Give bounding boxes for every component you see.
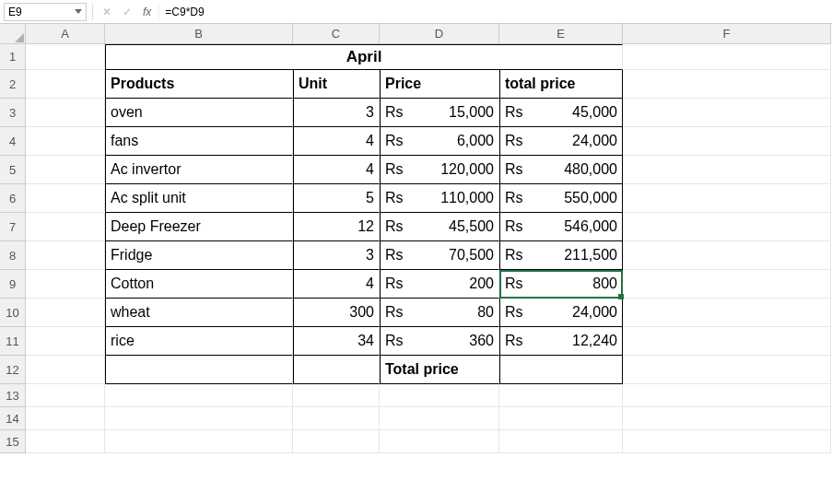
cell[interactable]	[623, 44, 831, 70]
unit-cell[interactable]: 300	[293, 299, 380, 327]
col-header[interactable]: A	[26, 24, 105, 44]
cell[interactable]	[105, 356, 293, 384]
unit-cell[interactable]: 5	[293, 184, 380, 213]
cell[interactable]	[623, 430, 831, 453]
price-cell[interactable]: Rs70,500	[380, 241, 499, 270]
price-cell[interactable]: Rs360	[380, 327, 499, 356]
unit-cell[interactable]: 12	[293, 213, 380, 241]
row-header[interactable]: 14	[0, 407, 26, 430]
cancel-icon[interactable]: ✕	[99, 4, 115, 20]
product-cell[interactable]: Cotton	[105, 270, 293, 299]
row-header[interactable]: 7	[0, 213, 26, 241]
unit-cell[interactable]: 4	[293, 127, 380, 156]
price-cell[interactable]: Rs200	[380, 270, 499, 299]
cell[interactable]	[293, 384, 380, 407]
select-all-corner[interactable]	[0, 24, 26, 44]
header-total[interactable]: total price	[499, 70, 623, 99]
col-header[interactable]: F	[623, 24, 831, 44]
row-header[interactable]: 4	[0, 127, 26, 156]
cell[interactable]	[499, 430, 623, 453]
row-header[interactable]: 13	[0, 384, 26, 407]
cell[interactable]	[623, 241, 831, 270]
row-header[interactable]: 2	[0, 70, 26, 99]
unit-cell[interactable]: 34	[293, 327, 380, 356]
header-price[interactable]: Price	[380, 70, 499, 99]
cell[interactable]	[623, 99, 831, 127]
product-cell[interactable]: fans	[105, 127, 293, 156]
check-icon[interactable]: ✓	[119, 4, 135, 20]
row-header[interactable]: 9	[0, 270, 26, 299]
cell[interactable]	[623, 156, 831, 184]
total-cell[interactable]: Rs800	[499, 270, 623, 299]
cell[interactable]	[26, 407, 105, 430]
price-cell[interactable]: Rs45,500	[380, 213, 499, 241]
cell[interactable]	[623, 299, 831, 327]
cell[interactable]	[499, 384, 623, 407]
unit-cell[interactable]: 4	[293, 156, 380, 184]
total-price-label[interactable]: Total price	[380, 356, 499, 384]
price-cell[interactable]: Rs110,000	[380, 184, 499, 213]
cell[interactable]	[26, 70, 105, 99]
cell[interactable]	[623, 270, 831, 299]
product-cell[interactable]: Ac split unit	[105, 184, 293, 213]
total-cell[interactable]: Rs45,000	[499, 99, 623, 127]
cell[interactable]	[380, 407, 499, 430]
cell[interactable]	[26, 213, 105, 241]
cell[interactable]	[293, 407, 380, 430]
price-cell[interactable]: Rs6,000	[380, 127, 499, 156]
cell[interactable]	[105, 430, 293, 453]
product-cell[interactable]: Deep Freezer	[105, 213, 293, 241]
row-header[interactable]: 1	[0, 44, 26, 70]
chevron-down-icon[interactable]	[75, 9, 82, 14]
cell[interactable]	[26, 127, 105, 156]
row-header[interactable]: 11	[0, 327, 26, 356]
product-cell[interactable]: oven	[105, 99, 293, 127]
cell[interactable]	[26, 356, 105, 384]
formula-input[interactable]	[158, 3, 828, 21]
price-cell[interactable]: Rs80	[380, 299, 499, 327]
price-cell[interactable]: Rs15,000	[380, 99, 499, 127]
unit-cell[interactable]: 3	[293, 99, 380, 127]
col-header[interactable]: C	[293, 24, 380, 44]
header-products[interactable]: Products	[105, 70, 293, 99]
row-header[interactable]: 12	[0, 356, 26, 384]
product-cell[interactable]: Fridge	[105, 241, 293, 270]
total-cell[interactable]: Rs550,000	[499, 184, 623, 213]
row-header[interactable]: 3	[0, 99, 26, 127]
cell[interactable]	[293, 356, 380, 384]
cell[interactable]	[293, 430, 380, 453]
product-cell[interactable]: wheat	[105, 299, 293, 327]
row-header[interactable]: 6	[0, 184, 26, 213]
total-cell[interactable]: Rs12,240	[499, 327, 623, 356]
header-unit[interactable]: Unit	[293, 70, 380, 99]
cell[interactable]	[623, 356, 831, 384]
cell[interactable]	[623, 184, 831, 213]
cell[interactable]	[105, 384, 293, 407]
cell[interactable]	[623, 407, 831, 430]
cell[interactable]	[26, 299, 105, 327]
cell[interactable]	[499, 407, 623, 430]
cell[interactable]	[623, 384, 831, 407]
cell[interactable]	[26, 430, 105, 453]
cell[interactable]	[26, 184, 105, 213]
col-header[interactable]: E	[499, 24, 623, 44]
cell[interactable]	[26, 384, 105, 407]
unit-cell[interactable]: 3	[293, 241, 380, 270]
col-header[interactable]: B	[105, 24, 293, 44]
cell[interactable]	[499, 356, 623, 384]
cell[interactable]	[623, 70, 831, 99]
cell[interactable]	[105, 407, 293, 430]
cell[interactable]	[26, 241, 105, 270]
total-cell[interactable]: Rs24,000	[499, 299, 623, 327]
cell[interactable]	[380, 430, 499, 453]
cell[interactable]	[26, 327, 105, 356]
price-cell[interactable]: Rs120,000	[380, 156, 499, 184]
cell[interactable]	[623, 127, 831, 156]
cell[interactable]	[26, 44, 105, 70]
title-cell[interactable]: April	[105, 44, 623, 70]
cell[interactable]	[623, 213, 831, 241]
name-box[interactable]: E9	[4, 3, 87, 21]
col-header[interactable]: D	[380, 24, 499, 44]
cell[interactable]	[623, 327, 831, 356]
cell[interactable]	[26, 156, 105, 184]
